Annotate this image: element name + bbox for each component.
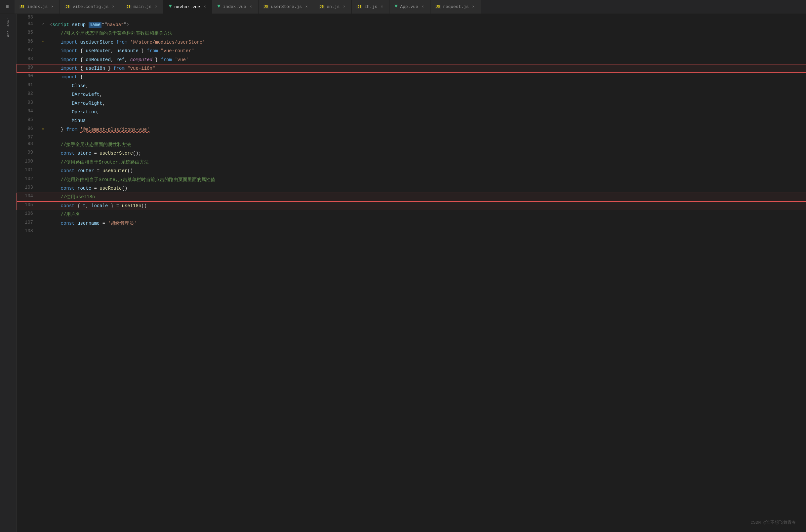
collapse-button[interactable]: ≡ [3, 2, 12, 12]
line-content: //接手全局状态里面的属性和方法 [46, 140, 806, 149]
tab-label: zh.js [364, 4, 377, 9]
line-number: 107 [17, 219, 40, 228]
code-line-96: 96⚠ } from '@element-plus/icons-vue' [17, 125, 806, 134]
line-content: DArrowLeft, [46, 90, 806, 99]
line-content: const username = '超级管理员' [46, 219, 806, 228]
code-line-98: 98 //接手全局状态里面的属性和方法 [17, 140, 806, 149]
line-number: 108 [17, 228, 40, 234]
tab-label: navbar.vue [174, 5, 200, 10]
tab-icon-js: JS [435, 5, 441, 9]
line-number: 94 [17, 108, 40, 116]
line-gutter: ⚠ [40, 38, 46, 46]
tab-label: index.vue [223, 4, 246, 9]
line-number: 84 [17, 20, 40, 29]
line-content: <script setup name="navbar"> [46, 20, 806, 29]
tab-index-vue[interactable]: index.vue× [212, 0, 258, 14]
sidebar-label-vue[interactable]: .vue [6, 17, 11, 28]
line-gutter [40, 210, 46, 219]
tab-index-js[interactable]: JSindex.js× [15, 0, 60, 14]
tab-label: main.js [134, 4, 152, 9]
code-line-101: 101 const router = useRouter() [17, 167, 806, 175]
line-number: 89 [17, 64, 40, 73]
code-line-84: 84▷<script setup name="navbar"> [17, 20, 806, 29]
tab-close-icon[interactable]: × [341, 4, 347, 10]
tab-label: App.vue [400, 4, 418, 9]
line-number: 95 [17, 116, 40, 125]
line-gutter [40, 14, 46, 20]
code-line-86: 86⚠ import useUserStore from '@/store/mo… [17, 38, 806, 46]
line-content: //使用useI18n [46, 193, 806, 201]
line-number: 91 [17, 82, 40, 90]
tab-close-icon[interactable]: × [248, 4, 254, 10]
tab-icon-js: JS [126, 5, 132, 9]
line-number: 102 [17, 175, 40, 184]
tab-label: userStore.js [271, 4, 302, 9]
tab-close-icon[interactable]: × [111, 4, 116, 10]
line-number: 83 [17, 14, 40, 20]
code-line-97: 97 [17, 134, 806, 140]
tab-close-icon[interactable]: × [202, 4, 207, 10]
line-content: DArrowRight, [46, 99, 806, 108]
line-number: 106 [17, 210, 40, 219]
line-gutter [40, 73, 46, 81]
tab-userStore-js[interactable]: JSuserStore.js× [259, 0, 314, 14]
line-content: //使用路由相当于$route,点击菜单栏时当前点击的路由页面里面的属性值 [46, 175, 806, 184]
line-gutter [40, 134, 46, 140]
line-content: import { onMounted, ref, computed } from… [46, 56, 806, 64]
code-editor[interactable]: 8384▷<script setup name="navbar">85 //引入… [17, 14, 806, 532]
line-gutter [40, 175, 46, 184]
tab-close-icon[interactable]: × [471, 4, 476, 10]
code-line-107: 107 const username = '超级管理员' [17, 219, 806, 228]
tab-App-vue[interactable]: App.vue× [390, 0, 430, 14]
tab-bar: ≡ JSindex.js×JSvite.config.js×JSmain.js×… [0, 0, 806, 14]
tab-request-js[interactable]: JSrequest.js× [430, 0, 481, 14]
tab-navbar-vue[interactable]: navbar.vue× [164, 0, 212, 14]
code-line-94: 94 Operation, [17, 108, 806, 116]
tab-label: request.js [443, 4, 469, 9]
line-content: const store = useUserStore(); [46, 149, 806, 158]
line-gutter [40, 193, 46, 201]
code-line-100: 100 //使用路由相当于$router,系统路由方法 [17, 158, 806, 167]
tab-zh-js[interactable]: JSzh.js× [352, 0, 390, 14]
editor-container: ≡ JSindex.js×JSvite.config.js×JSmain.js×… [0, 0, 806, 532]
line-content: import { useRouter, useRoute } from "vue… [46, 46, 806, 55]
tab-vite-config-js[interactable]: JSvite.config.js× [60, 0, 121, 14]
line-number: 101 [17, 167, 40, 175]
code-line-91: 91 Close, [17, 82, 806, 90]
tab-close-icon[interactable]: × [379, 4, 385, 10]
line-number: 104 [17, 193, 40, 201]
code-line-88: 88 import { onMounted, ref, computed } f… [17, 56, 806, 64]
line-number: 93 [17, 99, 40, 108]
tab-icon-js: JS [19, 5, 25, 9]
code-content: 8384▷<script setup name="navbar">85 //引入… [17, 14, 806, 234]
tab-icon-js: JS [263, 5, 269, 9]
code-line-93: 93 DArrowRight, [17, 99, 806, 108]
tab-close-icon[interactable]: × [50, 4, 55, 10]
line-number: 85 [17, 29, 40, 38]
tab-label: index.js [27, 4, 48, 9]
tab-en-js[interactable]: JSen.js× [314, 0, 352, 14]
tab-icon-js: JS [64, 5, 70, 9]
line-content: Close, [46, 82, 806, 90]
tab-close-icon[interactable]: × [153, 4, 159, 10]
line-number: 98 [17, 140, 40, 149]
line-number: 86 [17, 38, 40, 46]
tabs-list: JSindex.js×JSvite.config.js×JSmain.js×na… [15, 0, 481, 14]
line-content: //用户名 [46, 210, 806, 219]
line-number: 88 [17, 56, 40, 64]
editor-area: .vue vue 8384▷<script setup name="navbar… [0, 14, 806, 532]
line-content: //引入全局状态里面的关于菜单栏列表数据和相关方法 [46, 29, 806, 38]
line-number: 100 [17, 158, 40, 167]
tab-close-icon[interactable]: × [304, 4, 309, 10]
watermark: CSDN @谁不想飞舞青春 [750, 519, 796, 526]
line-gutter [40, 82, 46, 90]
code-line-103: 103 const route = useRoute() [17, 184, 806, 193]
code-line-90: 90 import { [17, 73, 806, 81]
tab-main-js[interactable]: JSmain.js× [121, 0, 164, 14]
line-content: import { [46, 73, 806, 81]
sidebar-label-vue2[interactable]: vue [6, 29, 11, 38]
tab-close-icon[interactable]: × [420, 4, 426, 10]
code-line-89: 89 import { useI18n } from "vue-i18n" [17, 64, 806, 73]
code-line-95: 95 Minus [17, 116, 806, 125]
tab-icon-js: JS [356, 5, 362, 9]
